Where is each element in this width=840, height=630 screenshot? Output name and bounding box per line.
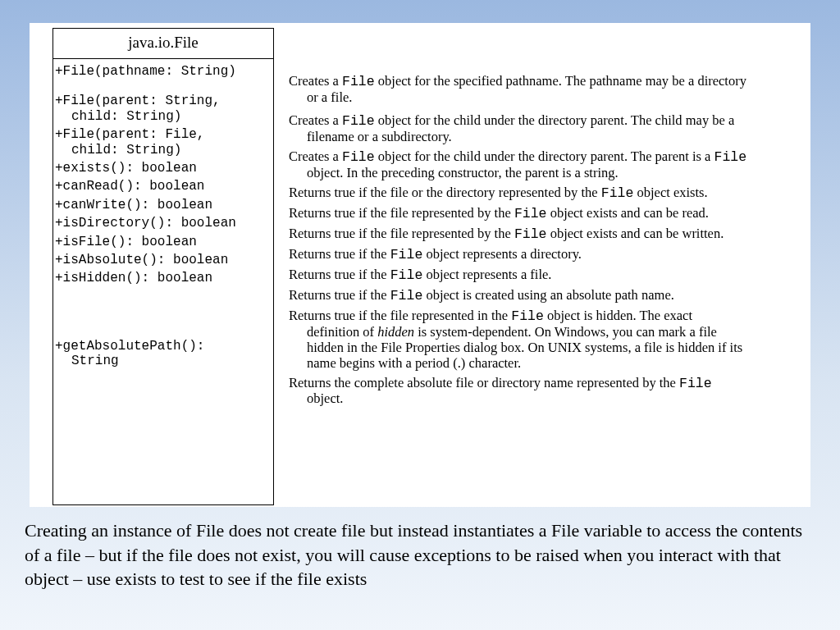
uml-row: +File(pathname: String) xyxy=(55,62,270,80)
uml-row: +File(parent: String,child: String) xyxy=(55,92,270,126)
desc-row: Returns true if the File object represen… xyxy=(289,245,804,266)
slide-area: java.io.File +File(pathname: String) +Fi… xyxy=(0,0,840,507)
slide-caption: Creating an instance of File does not cr… xyxy=(0,507,840,591)
description-column: Creates a File object for the specified … xyxy=(289,25,804,505)
uml-row: +File(parent: File,child: String) xyxy=(55,126,270,159)
uml-row: +isDirectory(): boolean xyxy=(55,214,270,232)
desc-row: Returns true if the file represented in … xyxy=(289,307,804,374)
desc-row: Returns the complete absolute file or di… xyxy=(289,374,804,410)
uml-class-title: java.io.File xyxy=(53,29,273,59)
uml-row: +isAbsolute(): boolean xyxy=(55,251,270,269)
desc-row: Returns true if the file represented by … xyxy=(289,225,804,245)
uml-spacer xyxy=(55,288,270,337)
uml-row: +getAbsolutePath():String xyxy=(55,337,270,371)
uml-class-body: +File(pathname: String) +File(parent: St… xyxy=(53,59,273,377)
desc-row: Creates a File object for the specified … xyxy=(289,72,804,108)
desc-row: Returns true if the file or the director… xyxy=(289,184,804,204)
desc-row: Returns true if the File object represen… xyxy=(289,266,804,286)
desc-row: Returns true if the file represented by … xyxy=(289,204,804,225)
uml-row: +isFile(): boolean xyxy=(55,233,270,251)
uml-row: +canWrite(): boolean xyxy=(55,196,270,214)
desc-row: Returns true if the File object is creat… xyxy=(289,286,804,307)
uml-row: +isHidden(): boolean xyxy=(55,269,270,287)
doc-panel: java.io.File +File(pathname: String) +Fi… xyxy=(30,23,810,507)
desc-row: Creates a File object for the child unde… xyxy=(289,112,804,148)
uml-class-box: java.io.File +File(pathname: String) +Fi… xyxy=(52,28,274,505)
uml-row: +exists(): boolean xyxy=(55,159,270,177)
desc-row: Creates a File object for the child unde… xyxy=(289,148,804,184)
uml-row: +canRead(): boolean xyxy=(55,177,270,195)
